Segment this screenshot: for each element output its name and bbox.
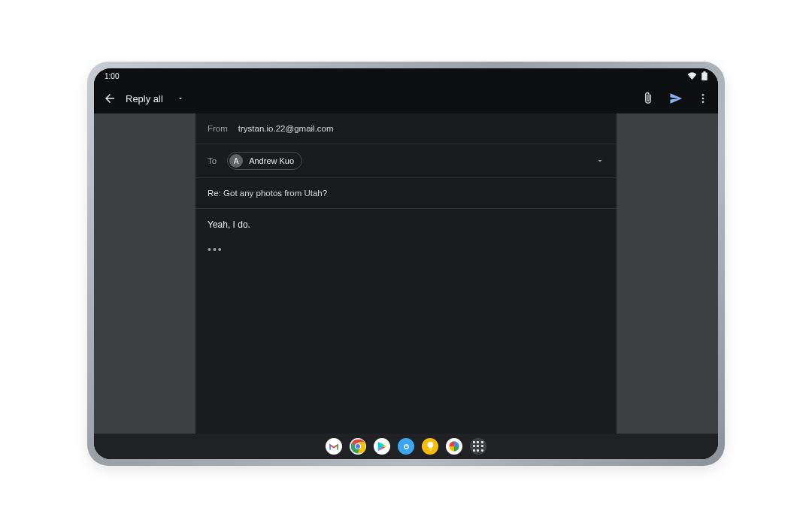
body-text: Yeah, I do. (208, 218, 604, 231)
subject-text: Re: Got any photos from Utah? (208, 189, 327, 198)
subject-row[interactable]: Re: Got any photos from Utah? (195, 178, 617, 209)
attach-icon[interactable] (641, 92, 655, 105)
svg-point-2 (702, 101, 704, 103)
svg-point-8 (404, 445, 407, 447)
recipient-name: Andrew Kuo (249, 156, 294, 165)
from-label: From (208, 124, 228, 133)
overflow-menu-icon[interactable] (697, 92, 709, 105)
avatar: A (229, 154, 243, 168)
app-drawer-icon[interactable] (470, 438, 486, 455)
expand-recipients-icon[interactable] (595, 156, 604, 165)
reply-mode-dropdown[interactable] (177, 95, 184, 102)
camera-app-icon[interactable] (398, 438, 414, 455)
photos-app-icon[interactable] (446, 438, 462, 455)
to-label: To (208, 156, 217, 165)
compose-pane: From trystan.io.22@gmail.com To A Andrew… (195, 113, 617, 434)
from-row[interactable]: From trystan.io.22@gmail.com (195, 113, 617, 144)
toolbar-title: Reply all (126, 93, 163, 104)
recipient-chip[interactable]: A Andrew Kuo (227, 152, 302, 170)
play-store-app-icon[interactable] (374, 438, 390, 455)
battery-icon (701, 71, 707, 80)
to-row[interactable]: To A Andrew Kuo (195, 144, 617, 178)
chrome-app-icon[interactable] (350, 438, 366, 455)
status-time: 1:00 (105, 72, 119, 80)
show-quoted-text-toggle[interactable]: ••• (208, 242, 604, 258)
screen: 1:00 Reply all (94, 68, 718, 459)
send-icon[interactable] (668, 92, 683, 105)
status-bar: 1:00 (94, 68, 718, 83)
svg-point-1 (702, 98, 704, 100)
svg-point-0 (702, 94, 704, 96)
back-arrow-icon[interactable] (103, 92, 117, 105)
app-toolbar: Reply all (94, 83, 718, 113)
gmail-app-icon[interactable] (326, 438, 342, 455)
keep-notes-app-icon[interactable] (422, 438, 438, 455)
compose-body[interactable]: Yeah, I do. ••• (195, 209, 617, 267)
taskbar (94, 434, 718, 459)
tablet-frame: 1:00 Reply all (87, 62, 725, 466)
svg-point-6 (356, 444, 360, 449)
from-value: trystan.io.22@gmail.com (238, 124, 334, 133)
wifi-icon (687, 72, 697, 80)
